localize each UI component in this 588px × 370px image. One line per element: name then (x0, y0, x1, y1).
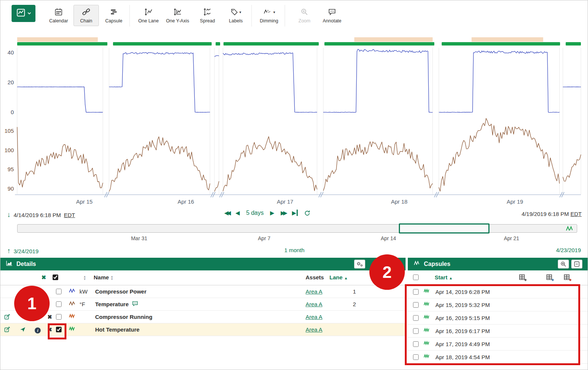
sort-asc-icon: ▲ (449, 276, 453, 280)
info-icon[interactable]: i (35, 327, 41, 333)
svg-text:Apr 18: Apr 18 (391, 198, 407, 205)
annotation-badge-2: 2 (369, 254, 405, 290)
toolbar-separator (285, 5, 285, 26)
step-back-half-button[interactable]: ◀ (235, 210, 240, 216)
capsule-bars-icon (109, 7, 118, 17)
trend-chart[interactable]: 402001051009590Apr 15Apr 16Apr 17Apr 18A… (0, 36, 588, 210)
refresh-icon[interactable] (304, 210, 310, 216)
seeq-workbench: Calendar Chain Capsule One Lane On (0, 0, 588, 370)
edit-icon[interactable] (4, 314, 10, 321)
asset-link[interactable]: Area A (306, 314, 322, 320)
trend-navigation: ◀◀ ◀ 5 days ▶ ▶▶ ▶ (224, 210, 310, 216)
column-header-name[interactable]: Name ▲▼ (94, 274, 113, 280)
toolbar-button-annotate[interactable]: Annotate (319, 5, 345, 26)
timeline-selection-region[interactable] (399, 223, 490, 233)
investigate-range-end[interactable]: 4/23/2019 (556, 247, 581, 253)
svg-text:100: 100 (4, 147, 14, 153)
magnifier-icon (300, 7, 309, 17)
capsules-zoom-button[interactable] (558, 260, 569, 269)
step-forward-full-button[interactable]: ▶▶ (281, 210, 285, 216)
timeline-label: Apr 7 (258, 235, 270, 241)
timeline-label: Apr 21 (504, 235, 519, 241)
select-all-checkbox[interactable] (53, 275, 58, 280)
svg-text:105: 105 (4, 128, 14, 134)
one-y-axis-icon (173, 7, 182, 17)
remove-all-icon[interactable]: ✖ (41, 274, 46, 281)
item-name[interactable]: Compressor Running (95, 314, 152, 320)
column-header-start[interactable]: Start ▲ (435, 274, 453, 280)
table-row[interactable]: ✖ Compressor Running Area A (0, 311, 406, 323)
item-name[interactable]: Temperature (95, 301, 129, 307)
trend-view-dropdown-button[interactable] (12, 5, 35, 22)
speech-bubble-icon (328, 7, 337, 17)
lane-value: 1 (343, 288, 366, 295)
annotation-checkbox-highlight (48, 323, 66, 339)
start-datetime[interactable]: 4/14/2019 6:18 PM (14, 212, 61, 218)
unit-label: °F (79, 301, 95, 307)
toolbar-button-calendar[interactable]: Calendar (46, 5, 71, 26)
add-column-red-icon[interactable] (563, 273, 572, 283)
step-back-full-button[interactable]: ◀◀ (224, 210, 229, 216)
svg-text:90: 90 (7, 185, 14, 192)
toolbar-button-one-lane[interactable]: One Lane (136, 5, 161, 26)
asset-link[interactable]: Area A (306, 301, 322, 307)
svg-text:Apr 19: Apr 19 (507, 198, 523, 205)
timezone-link[interactable]: EDT (64, 212, 75, 218)
duration-label[interactable]: 5 days (246, 210, 264, 216)
svg-text:20: 20 (7, 79, 14, 85)
dimming-icon: ▾ (263, 7, 275, 17)
toolbar-button-dimming[interactable]: ▾ Dimming (256, 5, 282, 26)
table-row[interactable]: kW Compressor Power Area A 1 (0, 285, 406, 298)
one-lane-icon (144, 7, 153, 17)
end-datetime[interactable]: 4/19/2019 6:18 PM (522, 211, 569, 217)
details-gear-button[interactable] (354, 260, 365, 269)
annotation-bubble-icon[interactable] (132, 300, 138, 308)
edit-icon[interactable] (4, 326, 10, 334)
row-checkbox[interactable] (53, 301, 65, 307)
row-checkbox[interactable] (53, 289, 65, 294)
capsules-collapse-button[interactable] (571, 260, 582, 269)
toolbar-button-capsule[interactable]: Capsule (101, 5, 126, 26)
item-name[interactable]: Hot Temperature (95, 326, 140, 333)
timeline-scrubber[interactable] (17, 224, 577, 233)
capsules-select-all-checkbox[interactable] (413, 275, 419, 280)
details-table-header: ✖ ▲▼ Name ▲▼ Assets Lane ▲ (0, 270, 406, 285)
column-header-assets[interactable]: Assets (306, 274, 324, 280)
display-range-end[interactable]: 4/19/2019 6:18 PM EDT (522, 211, 582, 217)
asset-link[interactable]: Area A (306, 288, 322, 295)
add-column-blue-icon[interactable] (546, 273, 554, 283)
toolbar-button-spread[interactable]: Spread (195, 5, 220, 26)
item-name[interactable]: Compressor Power (95, 288, 147, 295)
signal-icon (65, 300, 79, 308)
timeline-label: Apr 14 (381, 235, 396, 241)
sort-icon[interactable]: ▲▼ (110, 275, 113, 280)
caret-down-icon: ▾ (239, 10, 241, 14)
asset-link[interactable]: Area A (306, 326, 322, 333)
step-to-end-button[interactable]: ▶ (292, 210, 298, 216)
svg-text:Apr 16: Apr 16 (178, 198, 194, 205)
toolbar: Calendar Chain Capsule One Lane On (0, 0, 588, 35)
calendar-icon (54, 7, 63, 17)
capsules-panel-title: Capsules (424, 261, 450, 267)
toolbar-button-labels[interactable]: ▾ Labels (223, 5, 248, 26)
table-row[interactable]: °F Temperature Area A 2 (0, 298, 406, 311)
row-checkbox[interactable] (53, 314, 65, 320)
display-range-start[interactable]: ↓ 4/14/2019 6:18 PM EDT (7, 211, 75, 219)
svg-text:0: 0 (11, 109, 14, 115)
capsule-wave-icon (413, 260, 420, 269)
trend-chart-icon (16, 8, 26, 19)
add-column-icon[interactable] (519, 273, 527, 283)
investigate-range-duration[interactable]: 1 month (0, 247, 588, 253)
timezone-link[interactable]: EDT (570, 211, 582, 217)
condition-icon (65, 313, 79, 321)
remove-icon[interactable]: ✖ (47, 314, 52, 320)
send-icon[interactable] (20, 326, 26, 333)
step-forward-half-button[interactable]: ▶ (270, 210, 275, 216)
svg-text:40: 40 (7, 49, 14, 56)
toolbar-separator (129, 5, 130, 26)
sort-icon[interactable]: ▲▼ (83, 275, 86, 280)
unit-label: kW (79, 288, 95, 295)
toolbar-button-one-y-axis[interactable]: One Y-Axis (165, 5, 190, 26)
column-header-lane[interactable]: Lane ▲ (329, 274, 348, 280)
toolbar-button-chain[interactable]: Chain (74, 5, 99, 26)
